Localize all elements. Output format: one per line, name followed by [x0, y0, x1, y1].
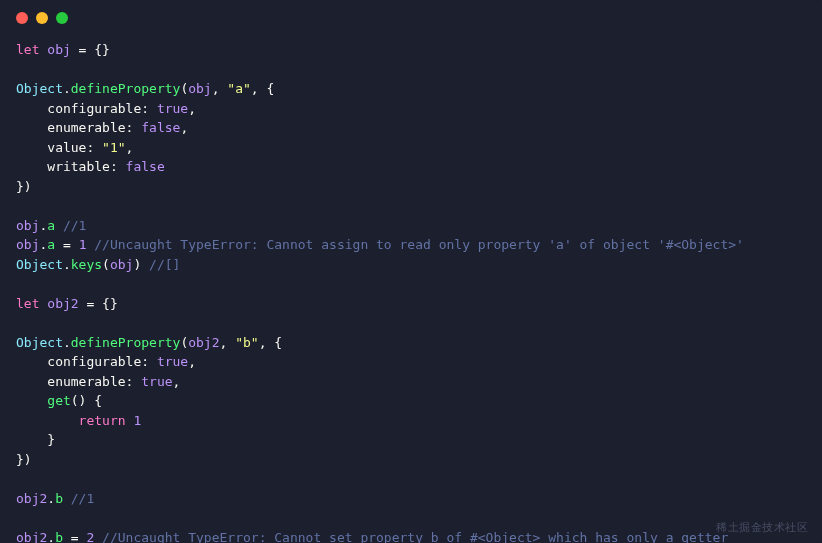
- code-text: ,: [188, 101, 196, 116]
- property-a: a: [47, 218, 55, 233]
- identifier-obj: obj: [16, 237, 39, 252]
- comment: //1: [55, 218, 86, 233]
- code-text: ,: [220, 335, 236, 350]
- identifier-obj2: obj2: [16, 491, 47, 506]
- code-text: = {}: [79, 296, 118, 311]
- property-key: configurable: [16, 354, 141, 369]
- close-icon[interactable]: [16, 12, 28, 24]
- code-block: let obj = {} Object.defineProperty(obj, …: [0, 34, 822, 543]
- property-key: writable: [16, 159, 110, 174]
- boolean-literal: false: [126, 159, 165, 174]
- keyword-let: let: [16, 296, 39, 311]
- code-text: ,: [180, 120, 188, 135]
- property-key: enumerable: [16, 374, 126, 389]
- minimize-icon[interactable]: [36, 12, 48, 24]
- code-text: ,: [212, 81, 228, 96]
- identifier-object: Object: [16, 335, 63, 350]
- getter: get: [16, 393, 71, 408]
- boolean-literal: true: [157, 101, 188, 116]
- code-text: :: [110, 159, 126, 174]
- string-literal: "a": [227, 81, 250, 96]
- property-key: value: [16, 140, 86, 155]
- property-a: a: [47, 237, 55, 252]
- code-text: }): [16, 179, 32, 194]
- identifier-object: Object: [16, 257, 63, 272]
- comment: //1: [63, 491, 94, 506]
- identifier-obj: obj: [47, 42, 70, 57]
- code-text: }: [16, 432, 55, 447]
- code-text: () {: [71, 393, 102, 408]
- code-text: :: [126, 120, 142, 135]
- boolean-literal: true: [141, 374, 172, 389]
- string-literal: "1": [102, 140, 125, 155]
- code-text: .: [63, 257, 71, 272]
- identifier-obj: obj: [110, 257, 133, 272]
- identifier-obj: obj: [188, 81, 211, 96]
- identifier-object: Object: [16, 81, 63, 96]
- code-text: =: [55, 237, 78, 252]
- property-b: b: [55, 530, 63, 544]
- keyword-let: let: [16, 42, 39, 57]
- code-text: }): [16, 452, 32, 467]
- code-text: (: [102, 257, 110, 272]
- keyword-return: return: [16, 413, 126, 428]
- window-titlebar: [0, 12, 822, 34]
- boolean-literal: true: [157, 354, 188, 369]
- code-text: , {: [259, 335, 282, 350]
- code-text: .: [63, 335, 71, 350]
- code-text: =: [63, 530, 86, 544]
- code-text: ,: [173, 374, 181, 389]
- comment: //Uncaught TypeError: Cannot set propert…: [94, 530, 728, 544]
- property-b: b: [55, 491, 63, 506]
- method-defineproperty: defineProperty: [71, 81, 181, 96]
- code-text: :: [126, 374, 142, 389]
- string-literal: "b": [235, 335, 258, 350]
- watermark: 稀土掘金技术社区: [716, 519, 808, 536]
- number-literal: 1: [126, 413, 142, 428]
- boolean-literal: false: [141, 120, 180, 135]
- code-text: , {: [251, 81, 274, 96]
- method-keys: keys: [71, 257, 102, 272]
- code-text: ,: [126, 140, 134, 155]
- property-key: enumerable: [16, 120, 126, 135]
- identifier-obj2: obj2: [188, 335, 219, 350]
- identifier-obj2: obj2: [16, 530, 47, 544]
- maximize-icon[interactable]: [56, 12, 68, 24]
- method-defineproperty: defineProperty: [71, 335, 181, 350]
- code-text: ,: [188, 354, 196, 369]
- code-text: :: [86, 140, 102, 155]
- comment: //Uncaught TypeError: Cannot assign to r…: [86, 237, 743, 252]
- property-key: configurable: [16, 101, 141, 116]
- comment: //[]: [141, 257, 180, 272]
- identifier-obj2: obj2: [39, 296, 78, 311]
- code-window: let obj = {} Object.defineProperty(obj, …: [0, 0, 822, 543]
- code-text: :: [141, 101, 157, 116]
- code-text: = {}: [71, 42, 110, 57]
- identifier-obj: obj: [16, 218, 39, 233]
- code-text: :: [141, 354, 157, 369]
- code-text: .: [63, 81, 71, 96]
- code-text: .: [47, 530, 55, 544]
- code-text: .: [47, 491, 55, 506]
